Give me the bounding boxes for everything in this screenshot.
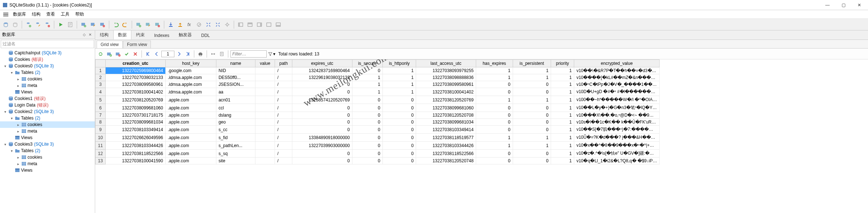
grid-cell[interactable]: .idmsa.apple.com <box>165 81 216 88</box>
grid-cell[interactable]: 0 <box>292 104 352 112</box>
script-icon[interactable] <box>66 20 75 29</box>
grid-cell[interactable]: 0 <box>382 104 416 112</box>
tree-item[interactable]: ▸cookies <box>0 76 95 82</box>
grid-cell[interactable]: v10�ⁿC�tPp�J�V�_����1������7 ��S^� <box>574 81 660 88</box>
connect-db-icon[interactable] <box>1 20 10 29</box>
view-tab[interactable]: Grid view <box>97 41 123 48</box>
column-header[interactable]: host_key <box>165 60 216 67</box>
grid-cell[interactable]: 13227038120520748 <box>416 158 476 164</box>
rollback-icon[interactable] <box>131 50 139 58</box>
grid-cell[interactable] <box>255 126 275 134</box>
grid-cell[interactable]: / <box>275 119 292 126</box>
grid-cell[interactable]: .apple.com <box>165 96 216 104</box>
grid-cell[interactable]: 0 <box>382 126 416 134</box>
first-page-icon[interactable] <box>144 50 152 58</box>
grid-cell[interactable]: 0 <box>352 67 382 74</box>
tree-expander-icon[interactable]: ▸ <box>16 123 20 127</box>
grid-cell[interactable]: ccl <box>216 104 255 112</box>
grid-cell[interactable]: 0 <box>476 126 513 134</box>
tree-expander-icon[interactable]: ▸ <box>16 84 20 88</box>
tree-item[interactable]: Views <box>0 167 95 174</box>
grid-cell[interactable] <box>255 142 275 150</box>
grid-cell[interactable]: 1 <box>551 96 574 104</box>
row-number[interactable]: 7 <box>96 112 106 119</box>
grid-cell[interactable]: 0 <box>476 158 513 164</box>
row-number[interactable]: 8 <box>96 119 106 126</box>
object-tab[interactable]: 约束 <box>131 30 149 39</box>
expand-icon[interactable] <box>204 20 213 29</box>
refresh-icon[interactable] <box>97 50 105 58</box>
menu-help[interactable]: 帮助 <box>72 11 87 18</box>
grid-cell[interactable]: 1 <box>551 74 574 81</box>
sidebar-close-icon[interactable]: ✕ <box>88 32 93 37</box>
grid-cell[interactable]: 1 <box>513 67 551 74</box>
grid-cell[interactable]: 0 <box>352 119 382 126</box>
grid-cell[interactable]: / <box>275 150 292 158</box>
row-number[interactable]: 5 <box>96 96 106 104</box>
tree-item[interactable]: ▾Tables(2) <box>0 69 95 76</box>
row-number[interactable]: 12 <box>96 150 106 158</box>
grid-cell[interactable]: 13258574120520769 <box>292 96 352 104</box>
grid-cell[interactable]: 1 <box>352 74 382 81</box>
row-number[interactable]: 6 <box>96 104 106 112</box>
import-icon[interactable] <box>166 20 175 29</box>
grid-cell[interactable]: 0 <box>352 134 382 142</box>
grid-cell[interactable]: 1 <box>476 67 513 74</box>
delete-table-icon[interactable] <box>98 20 107 29</box>
object-tab[interactable]: Indexes <box>149 31 174 39</box>
grid-cell[interactable]: 0 <box>476 88 513 96</box>
grid-cell[interactable]: v10���X\��.�o,ⁿ@D�<~ ��9�E ��,WI�� <box>574 112 660 119</box>
grid-cell[interactable]: 1 <box>551 150 574 158</box>
grid-cell[interactable]: 0 <box>352 104 382 112</box>
grid-cell[interactable]: s_fid <box>216 134 255 142</box>
grid-cell[interactable]: .idmsa.apple.com <box>165 88 216 96</box>
grid-cell[interactable]: geo <box>216 119 255 126</box>
grid-cell[interactable]: 0 <box>382 134 416 142</box>
grid-cell[interactable]: 13227038100041590 <box>106 158 166 164</box>
tree-expander-icon[interactable]: ▾ <box>3 142 7 146</box>
grid-cell[interactable]: / <box>275 67 292 74</box>
grid-cell[interactable]: 0 <box>352 96 382 104</box>
grid-cell[interactable]: 13227038120520708 <box>416 112 476 119</box>
grid-cell[interactable]: 13227038099681034 <box>106 119 166 126</box>
grid-cell[interactable]: v10�z�.^�\s[�怯e" U�GV�]疆:��;)� 1�Br��g,8… <box>574 150 660 158</box>
column-header[interactable]: last_access_utc <box>416 60 476 67</box>
grid-cell[interactable]: v10��S[�7肌���ⁿ)�7:�������(�#�� <box>574 126 660 134</box>
grid-cell[interactable]: aa <box>216 88 255 96</box>
grid-cell[interactable]: / <box>275 158 292 164</box>
grid-cell[interactable]: 1 <box>551 119 574 126</box>
grid-cell[interactable]: 0 <box>292 112 352 119</box>
grid-cell[interactable]: 0 <box>292 119 352 126</box>
row-number[interactable]: 10 <box>96 134 106 142</box>
grid-cell[interactable] <box>255 134 275 142</box>
grid-cell[interactable]: 1 <box>513 142 551 150</box>
grid-cell[interactable]: 0 <box>382 150 416 158</box>
grid-cell[interactable]: 1 <box>352 81 382 88</box>
edit-table-icon[interactable] <box>89 20 97 29</box>
grid-cell[interactable]: 1 <box>476 142 513 150</box>
undo-icon[interactable] <box>111 20 120 29</box>
add-db-icon[interactable] <box>24 20 33 29</box>
grid-cell[interactable]: 13229619038032133 <box>292 74 352 81</box>
tree-item[interactable]: ▸cookies <box>0 154 95 160</box>
chart-icon[interactable] <box>195 20 203 29</box>
tree-expander-icon[interactable]: ▸ <box>16 77 20 81</box>
grid-cell[interactable] <box>255 88 275 96</box>
grid-cell[interactable]: / <box>275 88 292 96</box>
grid-cell[interactable]: 0 <box>513 119 551 126</box>
grid-cell[interactable] <box>255 81 275 88</box>
tree-item[interactable]: Cookies1(错误) <box>0 95 95 102</box>
row-number[interactable]: 3 <box>96 81 106 88</box>
last-page-icon[interactable] <box>184 50 192 58</box>
tree-item[interactable]: ▾Tables(2) <box>0 147 95 154</box>
grid-cell[interactable]: NID <box>216 67 255 74</box>
redo-icon[interactable] <box>121 20 130 29</box>
tree-expander-icon[interactable]: ▾ <box>3 110 7 114</box>
tree-item[interactable]: ▸cookies <box>0 121 95 128</box>
grid-cell[interactable]: .idmsa.apple.com <box>165 74 216 81</box>
close-button[interactable]: ✕ <box>851 0 867 10</box>
tree-item[interactable]: ▸meta <box>0 82 95 89</box>
column-header[interactable]: priority <box>551 60 574 67</box>
grid-cell[interactable]: .apple.com <box>165 126 216 134</box>
settings-icon[interactable] <box>223 20 232 29</box>
